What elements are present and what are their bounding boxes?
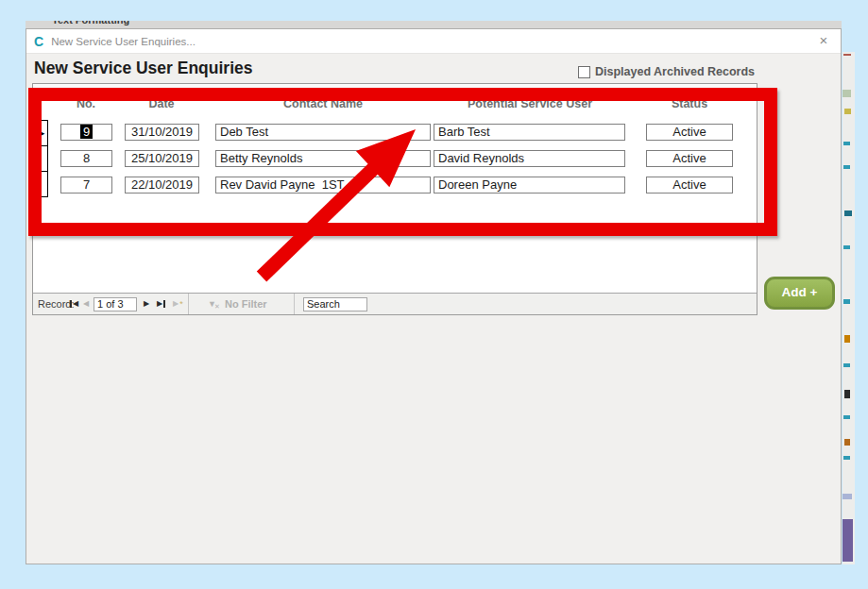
- filter-icon: ▼✕: [208, 294, 222, 314]
- archived-records-checkbox[interactable]: Displayed Archived Records: [578, 65, 755, 78]
- record-position-box[interactable]: 1 of 3: [94, 294, 137, 314]
- add-button[interactable]: Add +: [764, 277, 835, 310]
- app-logo-icon: C: [34, 35, 43, 48]
- background-window-fragments: [842, 52, 855, 564]
- search-input[interactable]: [303, 297, 367, 311]
- navbar-divider: [294, 294, 295, 314]
- next-record-icon[interactable]: ▶: [144, 294, 149, 314]
- record-position: 1 of 3: [94, 297, 137, 311]
- navbar-divider: [188, 294, 189, 314]
- record-navigation-bar: Record: ◀ ◀ 1 of 3 ▶ ▶ ▶* ▼✕ No Filter: [33, 293, 757, 314]
- new-record-icon[interactable]: ▶*: [173, 294, 183, 314]
- background-clipped-text: Text Formatting: [52, 21, 129, 25]
- close-icon[interactable]: ×: [812, 30, 835, 51]
- last-record-icon[interactable]: ▶: [157, 294, 166, 314]
- page-title: New Service User Enquiries: [34, 59, 253, 78]
- first-record-icon[interactable]: ◀: [69, 294, 78, 314]
- no-filter-button[interactable]: No Filter: [225, 294, 267, 314]
- annotation-highlight-rectangle: [28, 88, 777, 236]
- window-titlebar: C New Service User Enquiries... ×: [26, 29, 841, 54]
- previous-record-icon[interactable]: ◀: [83, 294, 89, 314]
- checkbox-icon[interactable]: [578, 66, 590, 78]
- checkbox-label: Displayed Archived Records: [595, 65, 755, 78]
- search-box: [303, 294, 367, 314]
- window-title: New Service User Enquiries...: [51, 36, 196, 47]
